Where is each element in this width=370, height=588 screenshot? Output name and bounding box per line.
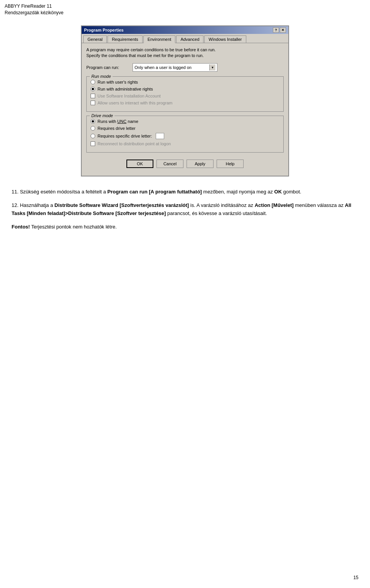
tab-requirements[interactable]: Requirements — [108, 35, 142, 43]
app-name: ABBYY FineReader 11 — [5, 3, 365, 10]
run-mode-title: Run mode — [90, 74, 113, 79]
dialog-description: A program may require certain conditions… — [86, 47, 284, 59]
checkbox-allow-interact-btn[interactable] — [91, 101, 95, 105]
tab-windows-installer[interactable]: Windows Installer — [204, 35, 246, 43]
checkbox-reconnect: Reconnect to distribution point at logon — [91, 141, 279, 146]
apply-button[interactable]: Apply — [187, 160, 214, 168]
body-item-12: 12. Használhatja a Distribute Software W… — [12, 202, 358, 218]
page-header: ABBYY FineReader 11 Rendszergazdák kézik… — [0, 0, 370, 18]
radio-user-rights-btn[interactable] — [91, 80, 95, 84]
item11-bold1: Program can run [A program futtatható] — [108, 189, 202, 195]
item11-text-mid: mezőben, majd nyomja meg az — [203, 189, 274, 195]
radio-specific-drive: Requires specific drive letter: — [91, 133, 279, 139]
item11-number: 11. — [12, 189, 20, 195]
checkbox-reconnect-btn[interactable] — [91, 141, 95, 146]
radio-specific-drive-btn[interactable] — [91, 134, 95, 138]
note-label: Fontos! — [12, 224, 30, 230]
item12-number: 12. — [12, 202, 20, 208]
doc-name: Rendszergazdák kézikönyve — [5, 10, 365, 16]
run-mode-group: Run mode Run with user's rights Run with… — [86, 76, 284, 112]
content-area: Program Properties ? ✕ General Requireme… — [0, 18, 370, 248]
item11-bold2: OK — [274, 189, 282, 195]
close-button[interactable]: ✕ — [280, 27, 286, 33]
radio-user-rights: Run with user's rights — [91, 80, 279, 84]
item11-text-end: gombot. — [283, 189, 301, 195]
radio-drive-letter: Requires drive letter — [91, 126, 279, 131]
tab-environment[interactable]: Environment — [143, 35, 176, 43]
drive-mode-group: Drive mode Runs with UNC name Requires d… — [86, 116, 284, 153]
checkbox-software-account-label: Use Software Installation Account — [98, 94, 161, 98]
item12-bold1: Distribute Software Wizard [Szoftverterj… — [54, 202, 189, 208]
checkbox-allow-interact: Allow users to interact with this progra… — [91, 101, 279, 105]
radio-admin-rights-label: Run with administrative rights — [98, 87, 153, 91]
dialog-window: Program Properties ? ✕ General Requireme… — [81, 25, 289, 177]
ok-button[interactable]: OK — [126, 160, 153, 168]
program-run-label: Program can run: — [86, 65, 129, 70]
tab-advanced[interactable]: Advanced — [176, 35, 204, 43]
cancel-button[interactable]: Cancel — [156, 160, 183, 168]
radio-unc-name: Runs with UNC name — [91, 119, 279, 124]
dialog-body: A program may require certain conditions… — [82, 43, 288, 176]
item11-text-before: Szükség esetén módosítsa a feltételt a — [20, 189, 108, 195]
program-run-row: Program can run: Only when a user is log… — [86, 63, 284, 72]
checkbox-software-account: Use Software Installation Account — [91, 94, 279, 98]
description-line1: A program may require certain conditions… — [86, 47, 284, 53]
radio-admin-rights-btn[interactable] — [91, 87, 95, 91]
radio-admin-rights: Run with administrative rights — [91, 87, 279, 91]
titlebar-buttons: ? ✕ — [273, 27, 286, 33]
help-dialog-button[interactable]: Help — [217, 160, 244, 168]
checkbox-software-account-btn[interactable] — [91, 94, 95, 98]
page-number: 15 — [353, 575, 358, 580]
dropdown-arrow-icon: ▼ — [209, 64, 215, 71]
checkbox-allow-interact-label: Allow users to interact with this progra… — [98, 101, 172, 105]
radio-drive-letter-label: Requires drive letter — [98, 126, 135, 131]
body-item-11: 11. Szükség esetén módosítsa a feltételt… — [12, 188, 358, 196]
item12-text-end: is. A varázsló indításához az — [190, 202, 255, 208]
program-run-dropdown[interactable]: Only when a user is logged on ▼ — [133, 63, 217, 72]
dialog-buttons: OK Cancel Apply Help — [86, 156, 284, 172]
item12-text-after: parancsot, és kövesse a varázsló utasítá… — [167, 210, 267, 216]
tab-general[interactable]: General — [83, 35, 107, 43]
radio-unc-name-label: Runs with UNC name — [98, 119, 138, 124]
program-run-value: Only when a user is logged on — [135, 65, 209, 70]
dialog-tabs: General Requirements Environment Advance… — [82, 34, 288, 43]
checkbox-reconnect-label: Reconnect to distribution point at logon — [98, 141, 171, 146]
item12-bold2: Action [Művelet] — [255, 202, 294, 208]
note-text: Fontos! Terjesztési pontok nem hozhatók … — [12, 223, 358, 231]
dialog-title: Program Properties — [84, 28, 124, 32]
radio-drive-letter-btn[interactable] — [91, 126, 95, 131]
note-content: Terjesztési pontok nem hozhatók létre. — [31, 224, 117, 230]
radio-user-rights-label: Run with user's rights — [98, 80, 138, 84]
radio-specific-drive-label: Requires specific drive letter: — [98, 134, 152, 138]
item12-text-mid: menüben válassza az — [295, 202, 345, 208]
item12-text-before: Használhatja a — [20, 202, 55, 208]
dialog-titlebar: Program Properties ? ✕ — [82, 26, 288, 34]
help-button[interactable]: ? — [273, 27, 279, 33]
drive-mode-title: Drive mode — [90, 113, 114, 118]
radio-unc-name-btn[interactable] — [91, 119, 95, 124]
drive-letter-input[interactable] — [156, 133, 164, 139]
description-line2: Specify the conditions that must be met … — [86, 53, 284, 59]
